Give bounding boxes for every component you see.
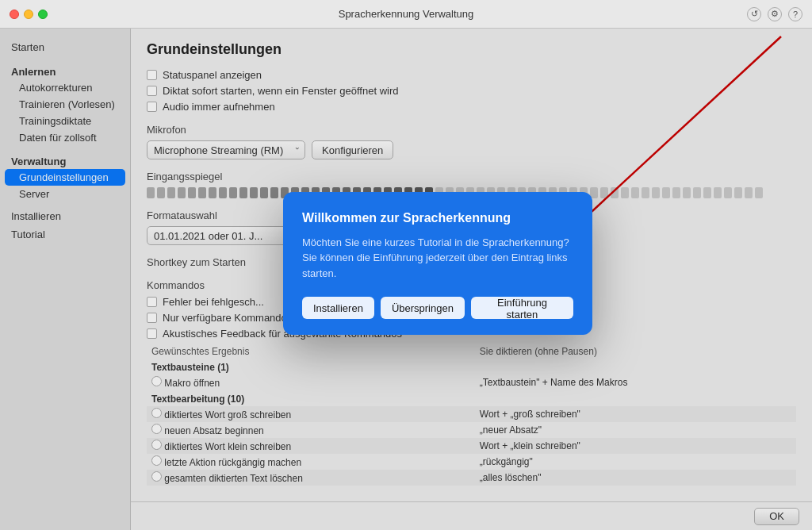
sync-icon[interactable]: ↺ xyxy=(747,7,761,21)
installieren-button[interactable]: Installieren xyxy=(302,297,374,319)
window-title: Spracherkennung Verwaltung xyxy=(339,8,474,20)
maximize-button[interactable] xyxy=(38,10,48,19)
titlebar: Spracherkennung Verwaltung ↺ ⚙ ? xyxy=(0,0,812,29)
einfuehrung-button[interactable]: Einführung starten xyxy=(471,297,573,319)
dialog-overlay: Willkommen zur Spracherkennung Möchten S… xyxy=(0,29,812,530)
dialog-buttons: Installieren Überspringen Einführung sta… xyxy=(302,297,573,319)
welcome-dialog: Willkommen zur Spracherkennung Möchten S… xyxy=(283,192,592,336)
dialog-text: Möchten Sie eine kurzes Tutorial in die … xyxy=(302,235,573,282)
titlebar-actions: ↺ ⚙ ? xyxy=(747,7,802,21)
dialog-title: Willkommen zur Spracherkennung xyxy=(302,211,573,225)
close-button[interactable] xyxy=(10,10,19,19)
minimize-button[interactable] xyxy=(24,10,33,19)
settings-icon[interactable]: ⚙ xyxy=(768,7,782,21)
ueberspringen-button[interactable]: Überspringen xyxy=(381,297,465,319)
traffic-lights xyxy=(10,10,48,19)
help-icon[interactable]: ? xyxy=(788,7,802,21)
